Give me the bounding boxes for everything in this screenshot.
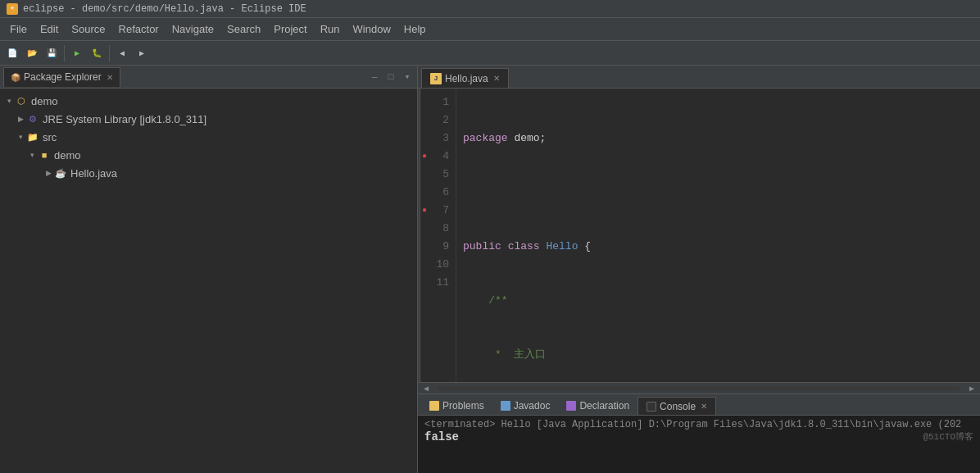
scroll-right[interactable]: ▶ — [964, 384, 980, 393]
toolbar-debug[interactable]: 🐛 — [88, 44, 106, 62]
console-tab-icon — [647, 402, 656, 412]
tree-item-src[interactable]: ▾ 📁 src — [0, 128, 417, 146]
console-content: <terminated> Hello [Java Application] D:… — [418, 416, 980, 473]
menu-item-file[interactable]: File — [3, 21, 34, 37]
menu-item-navigate[interactable]: Navigate — [166, 21, 220, 37]
scrollbar-track[interactable] — [438, 386, 960, 391]
panel-menu[interactable]: ▾ — [401, 70, 414, 84]
menu-item-search[interactable]: Search — [220, 21, 267, 37]
tree-arrow-jre[interactable]: ▶ — [15, 115, 26, 123]
toolbar-fwd[interactable]: ▶ — [133, 44, 151, 62]
console-output-line: false @51CTO博客 — [424, 430, 973, 443]
menu-item-window[interactable]: Window — [347, 21, 397, 37]
panel-minimize[interactable]: — — [368, 70, 381, 84]
line-6: 6 — [420, 184, 456, 202]
jre-label: JRE System Library [jdk1.8.0_311] — [43, 113, 206, 125]
java-tab-icon: J — [430, 73, 442, 84]
toolbar-run[interactable]: ▶ — [68, 44, 86, 62]
console-tab-label: Console — [660, 401, 696, 412]
package-explorer-label: Package Explorer — [24, 71, 102, 83]
bottom-panel: Problems Javadoc Declaration Console ✕ <… — [418, 393, 980, 473]
menu-item-refactor[interactable]: Refactor — [112, 21, 166, 37]
tab-problems[interactable]: Problems — [421, 397, 492, 415]
editor-tab-hello[interactable]: J Hello.java ✕ — [421, 68, 509, 88]
line-2: 2 — [420, 111, 456, 130]
menu-item-source[interactable]: Source — [65, 21, 111, 37]
problems-tab-label: Problems — [442, 400, 484, 412]
menu-item-project[interactable]: Project — [267, 21, 313, 37]
package-icon: ■ — [38, 148, 51, 161]
toolbar-back[interactable]: ◀ — [113, 44, 131, 62]
tree-item-hello[interactable]: ▶ ☕ Hello.java — [0, 164, 417, 182]
src-label: src — [43, 131, 57, 143]
panel-tab-actions: — □ ▾ — [368, 70, 414, 84]
window-title: eclipse - demo/src/demo/Hello.java - Ecl… — [23, 3, 306, 15]
code-line-3: public class Hello { — [463, 238, 973, 256]
editor-panel: J Hello.java ✕ 1 2 3 4 5 6 7 8 9 10 11 p… — [418, 66, 980, 473]
code-line-2 — [463, 184, 973, 202]
panel-maximize[interactable]: □ — [384, 70, 397, 84]
package-tree: ▾ ⬡ demo ▶ ⚙ JRE System Library [jdk1.8.… — [0, 89, 417, 473]
menu-item-run[interactable]: Run — [314, 21, 347, 37]
code-editor[interactable]: 1 2 3 4 5 6 7 8 9 10 11 package demo; pu… — [418, 89, 980, 382]
toolbar-open[interactable]: 📂 — [23, 44, 41, 62]
package-explorer-close[interactable]: ✕ — [107, 73, 113, 82]
bottom-tab-bar: Problems Javadoc Declaration Console ✕ — [418, 394, 980, 416]
package-explorer-tab[interactable]: 📦 Package Explorer ✕ — [3, 67, 120, 87]
console-tab-close[interactable]: ✕ — [701, 402, 707, 411]
problems-tab-icon — [429, 401, 439, 411]
tree-arrow-hello[interactable]: ▶ — [43, 169, 54, 177]
code-line-1: package demo; — [463, 130, 973, 148]
line-5: 5 — [420, 166, 456, 184]
tree-item-demo[interactable]: ▾ ⬡ demo — [0, 92, 417, 110]
jre-icon: ⚙ — [26, 112, 39, 125]
declaration-tab-label: Declaration — [579, 400, 629, 412]
horizontal-scrollbar[interactable]: ◀ ▶ — [418, 382, 980, 393]
menu-bar: FileEditSourceRefactorNavigateSearchProj… — [0, 18, 980, 41]
menu-item-help[interactable]: Help — [397, 21, 433, 37]
line-8: 8 — [420, 220, 456, 238]
code-line-5: * 主入口 — [463, 346, 973, 364]
toolbar-save[interactable]: 💾 — [43, 44, 61, 62]
panel-tab-bar: 📦 Package Explorer ✕ — □ ▾ — [0, 66, 417, 89]
tree-item-package[interactable]: ▾ ■ demo — [0, 146, 417, 164]
code-content[interactable]: package demo; public class Hello { /** *… — [456, 89, 980, 382]
tab-console[interactable]: Console ✕ — [637, 397, 716, 415]
main-layout: 📦 Package Explorer ✕ — □ ▾ ▾ ⬡ demo ▶ — [0, 66, 980, 473]
toolbar-new[interactable]: 📄 — [3, 44, 21, 62]
toolbar-sep-2 — [109, 45, 110, 61]
tree-item-jre[interactable]: ▶ ⚙ JRE System Library [jdk1.8.0_311] — [0, 110, 417, 128]
editor-tab-bar: J Hello.java ✕ — [418, 66, 980, 89]
line-10: 10 — [420, 256, 456, 274]
console-terminated-line: <terminated> Hello [Java Application] D:… — [424, 419, 973, 430]
console-watermark: @51CTO博客 — [923, 430, 973, 443]
line-4: 4 — [420, 148, 456, 166]
java-file-label: Hello.java — [70, 167, 117, 180]
scroll-left[interactable]: ◀ — [418, 384, 434, 393]
src-icon: 📁 — [26, 130, 39, 143]
javadoc-tab-label: Javadoc — [514, 400, 551, 412]
tree-arrow-package[interactable]: ▾ — [26, 151, 38, 159]
tab-declaration[interactable]: Declaration — [558, 397, 637, 415]
editor-tab-label: Hello.java — [445, 73, 488, 84]
code-line-4: /** — [463, 292, 973, 310]
line-1: 1 — [420, 93, 456, 111]
line-9: 9 — [420, 238, 456, 256]
line-3: 3 — [420, 130, 456, 148]
toolbar-sep-1 — [64, 45, 65, 61]
line-11: 11 — [420, 274, 456, 292]
line-7: 7 — [420, 202, 456, 220]
javadoc-tab-icon — [501, 401, 510, 411]
tree-arrow-src[interactable]: ▾ — [15, 133, 26, 141]
toolbar: 📄 📂 💾 ▶ 🐛 ◀ ▶ — [0, 41, 980, 66]
java-file-icon: ☕ — [54, 166, 67, 180]
package-label: demo — [54, 149, 81, 161]
package-explorer-panel: 📦 Package Explorer ✕ — □ ▾ ▾ ⬡ demo ▶ — [0, 66, 418, 473]
declaration-tab-icon — [566, 401, 576, 411]
editor-tab-close[interactable]: ✕ — [493, 74, 500, 83]
menu-item-edit[interactable]: Edit — [34, 21, 65, 37]
app-icon: ☀ — [7, 3, 18, 15]
tab-javadoc[interactable]: Javadoc — [492, 397, 559, 415]
tree-arrow-demo[interactable]: ▾ — [3, 97, 15, 105]
project-icon: ⬡ — [15, 94, 28, 107]
